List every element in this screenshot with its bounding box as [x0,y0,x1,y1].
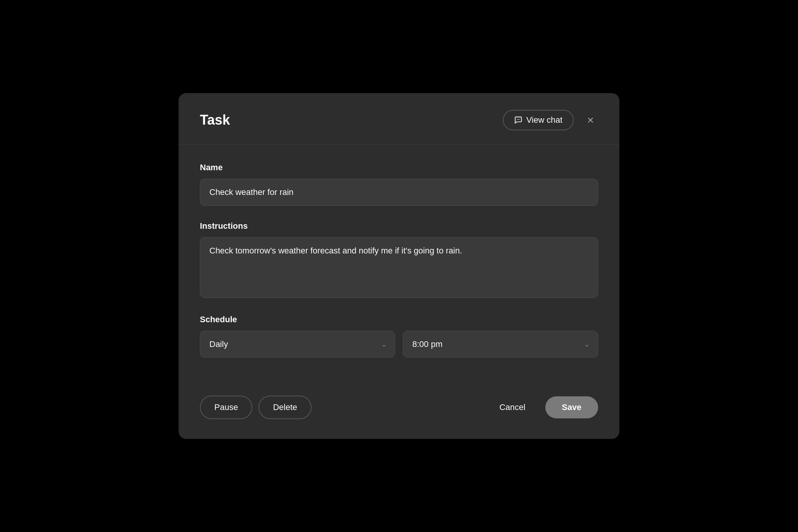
svg-point-1 [518,119,519,120]
time-select-wrapper: 12:00 am 6:00 am 8:00 am 12:00 pm 6:00 p… [403,331,598,358]
name-input[interactable] [200,179,598,206]
footer-left-actions: Pause Delete [200,396,312,419]
instructions-input[interactable]: Check tomorrow's weather forecast and no… [200,237,598,298]
task-modal: Task View chat × [179,93,619,439]
close-icon: × [587,114,594,127]
name-field-group: Name [200,163,598,206]
modal-footer: Pause Delete Cancel Save [179,391,619,439]
name-label: Name [200,163,598,173]
modal-overlay: Task View chat × [0,0,798,532]
instructions-label: Instructions [200,221,598,231]
view-chat-button[interactable]: View chat [503,110,574,130]
chat-icon [514,116,522,124]
svg-point-2 [519,119,520,120]
frequency-select[interactable]: Daily Weekly Monthly Once [200,331,395,358]
view-chat-label: View chat [526,115,562,125]
header-actions: View chat × [503,110,598,130]
cancel-button[interactable]: Cancel [486,396,539,418]
save-button[interactable]: Save [545,396,598,418]
modal-title: Task [200,112,230,128]
svg-point-0 [517,119,518,120]
schedule-row: Daily Weekly Monthly Once ⌄ 12:00 am 6:0… [200,331,598,358]
modal-body: Name Instructions Check tomorrow's weath… [179,144,619,391]
time-select[interactable]: 12:00 am 6:00 am 8:00 am 12:00 pm 6:00 p… [403,331,598,358]
pause-button[interactable]: Pause [200,396,252,419]
schedule-label: Schedule [200,315,598,325]
delete-button[interactable]: Delete [258,396,312,419]
instructions-field-group: Instructions Check tomorrow's weather fo… [200,221,598,299]
footer-right-actions: Cancel Save [486,396,598,418]
schedule-field-group: Schedule Daily Weekly Monthly Once ⌄ [200,315,598,358]
modal-header: Task View chat × [179,93,619,144]
frequency-select-wrapper: Daily Weekly Monthly Once ⌄ [200,331,395,358]
close-button[interactable]: × [583,112,598,128]
